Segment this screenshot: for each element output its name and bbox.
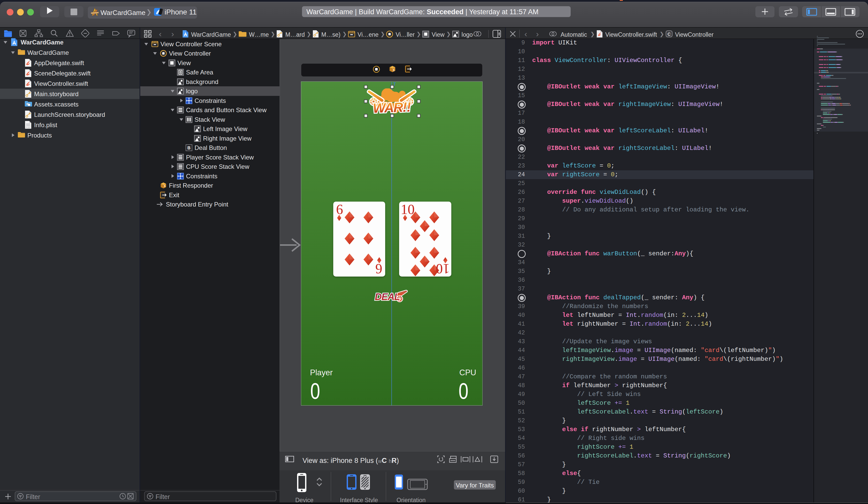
svg-text:C: C xyxy=(668,32,671,37)
svg-text:1: 1 xyxy=(164,184,166,188)
svg-text:6: 6 xyxy=(375,261,382,276)
svg-text:10: 10 xyxy=(436,261,450,276)
svg-text:WAR!!: WAR!! xyxy=(373,99,411,114)
svg-text:DEAL: DEAL xyxy=(375,292,400,302)
svg-text:PLIST: PLIST xyxy=(26,127,30,129)
svg-text:B: B xyxy=(187,145,190,150)
svg-text:6: 6 xyxy=(336,202,343,217)
svg-text:1: 1 xyxy=(393,69,394,72)
svg-text:10: 10 xyxy=(401,202,415,217)
